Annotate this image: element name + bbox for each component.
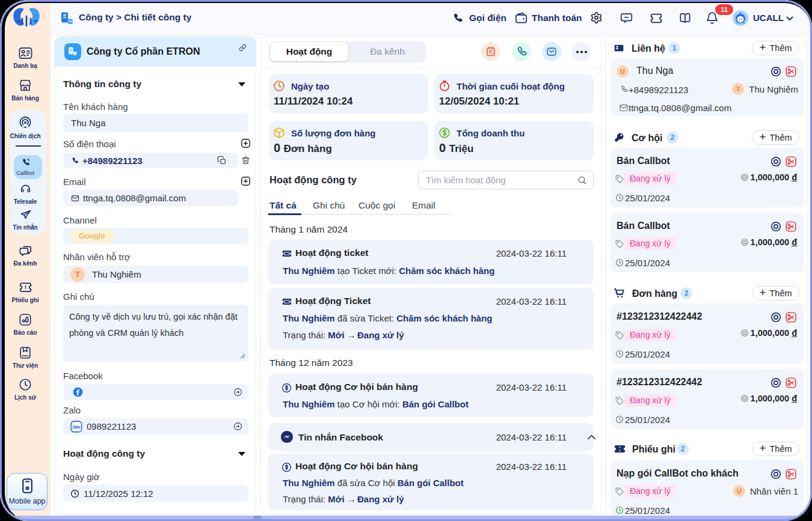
svg-text:Zalo: Zalo: [72, 424, 81, 428]
